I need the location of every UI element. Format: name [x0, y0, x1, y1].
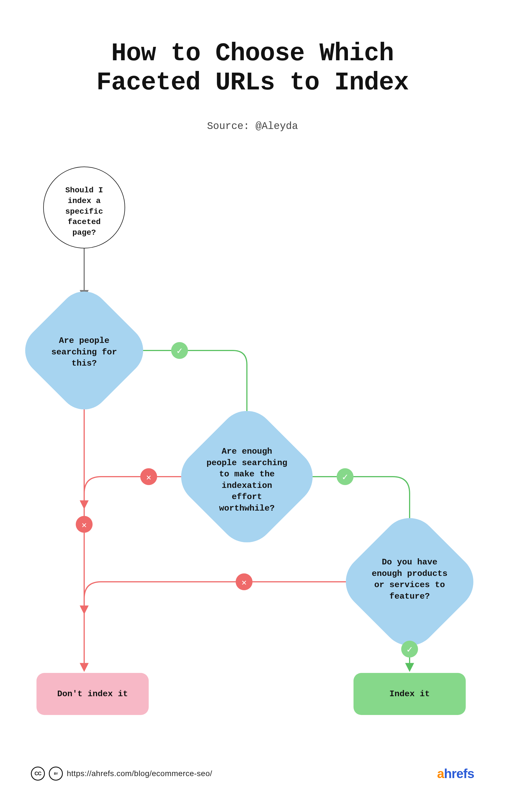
label-q3: Do you have enough products or services … — [367, 557, 452, 602]
footer: CC BY https://ahrefs.com/blog/ecommerce-… — [31, 766, 474, 781]
brand-logo: ahrefs — [437, 766, 474, 781]
check-icon: ✓ — [177, 346, 182, 357]
brand-a: a — [437, 766, 444, 781]
cc-icon: CC — [31, 767, 45, 781]
label-index: Index it — [353, 689, 466, 700]
cross-icon: ✕ — [241, 578, 246, 588]
check-icon: ✓ — [407, 644, 412, 655]
edge-q2-no — [84, 477, 192, 508]
diagram-canvas: How to Choose Which Faceted URLs to Inde… — [0, 0, 505, 812]
label-dont-index: Don't index it — [36, 689, 149, 700]
cross-icon: ✕ — [146, 473, 151, 483]
label-start: Should I index a specific faceted page? — [56, 185, 112, 238]
edge-q2-yes — [302, 477, 409, 527]
brand-rest: hrefs — [444, 766, 474, 781]
edge-q3-no — [84, 582, 355, 613]
label-q2: Are enough people searching to make the … — [205, 446, 289, 514]
footer-left: CC BY https://ahrefs.com/blog/ecommerce-… — [31, 767, 212, 781]
cross-icon: ✕ — [81, 521, 87, 530]
by-icon: BY — [49, 767, 63, 781]
label-q1: Are people searching for this? — [50, 335, 118, 369]
edge-q1-yes — [135, 350, 247, 421]
check-icon: ✓ — [342, 472, 348, 483]
footer-url: https://ahrefs.com/blog/ecommerce-seo/ — [67, 769, 212, 778]
